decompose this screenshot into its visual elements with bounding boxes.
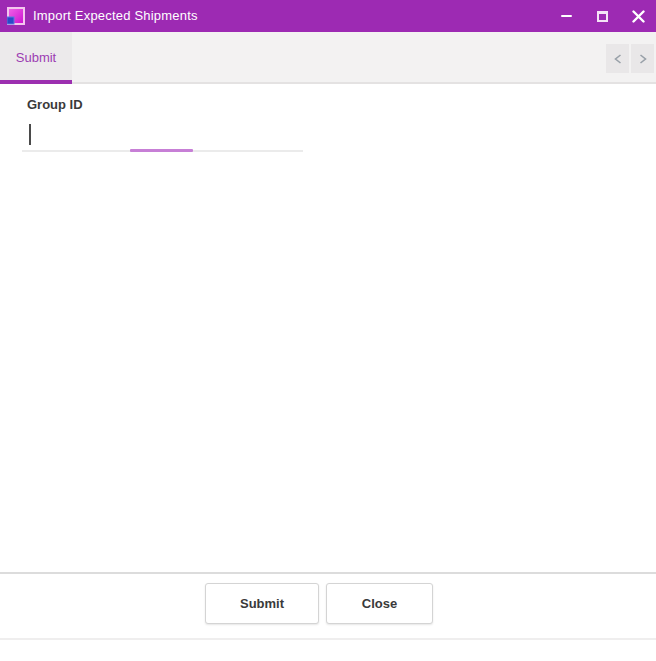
minimize-button[interactable] bbox=[548, 0, 584, 32]
app-window: Import Expected Shipments Submit bbox=[0, 0, 656, 661]
app-icon bbox=[7, 7, 25, 25]
chevron-right-icon bbox=[639, 54, 647, 64]
tab-bar: Submit bbox=[0, 32, 656, 84]
tab-submit[interactable]: Submit bbox=[0, 32, 72, 82]
window-controls bbox=[548, 0, 656, 32]
tab-scroll-right-button[interactable] bbox=[631, 44, 654, 73]
maximize-button[interactable] bbox=[584, 0, 620, 32]
input-underline-accent bbox=[130, 149, 193, 152]
group-id-input[interactable] bbox=[22, 118, 303, 150]
tab-submit-label: Submit bbox=[16, 50, 56, 65]
text-caret bbox=[29, 124, 31, 145]
maximize-icon bbox=[597, 11, 608, 22]
tab-scroll-controls bbox=[606, 44, 654, 73]
footer-bottom-divider bbox=[0, 638, 656, 640]
close-icon bbox=[632, 10, 645, 23]
input-underline bbox=[22, 149, 303, 152]
submit-button[interactable]: Submit bbox=[205, 583, 319, 624]
titlebar: Import Expected Shipments bbox=[0, 0, 656, 32]
minimize-icon bbox=[561, 15, 572, 17]
group-id-field bbox=[22, 118, 303, 154]
window-title: Import Expected Shipments bbox=[33, 0, 198, 32]
chevron-left-icon bbox=[614, 54, 622, 64]
form-panel: Group ID bbox=[0, 84, 656, 572]
close-button[interactable] bbox=[620, 0, 656, 32]
group-id-label: Group ID bbox=[27, 97, 83, 112]
close-form-button[interactable]: Close bbox=[326, 583, 433, 624]
footer-top-divider bbox=[0, 572, 656, 574]
tab-scroll-left-button[interactable] bbox=[606, 44, 629, 73]
